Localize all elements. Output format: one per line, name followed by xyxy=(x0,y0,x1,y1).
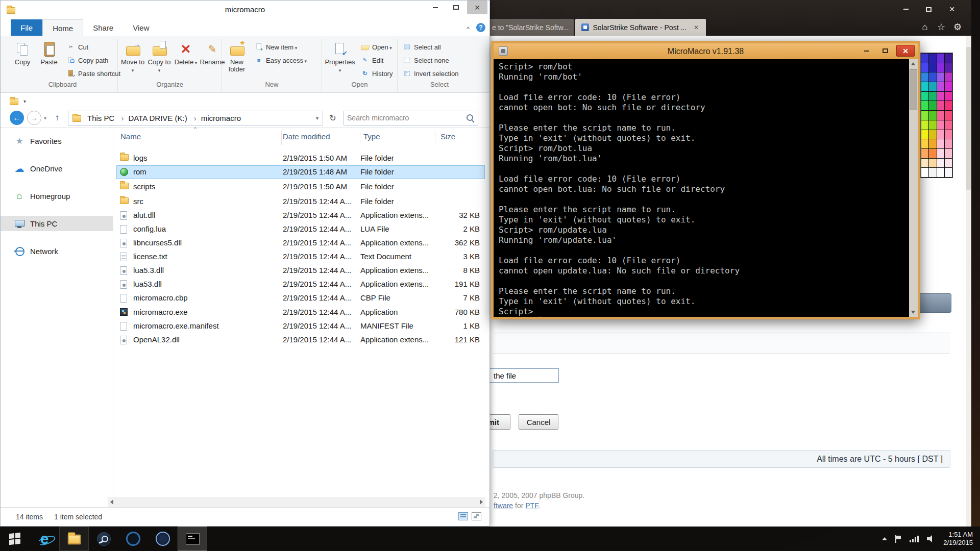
file-row[interactable]: micromacro.exe.manifest 2/19/2015 12:44 … xyxy=(116,319,485,333)
console-scrollbar-thumb[interactable] xyxy=(910,69,917,110)
column-divider[interactable] xyxy=(281,131,282,145)
palette-color-swatch[interactable] xyxy=(929,92,936,101)
file-row[interactable]: micromacro.cbp 2/19/2015 12:44 A... CBP … xyxy=(116,291,485,305)
sidebar-item[interactable]: Homegroup xyxy=(1,188,113,204)
file-row[interactable]: src 2/19/2015 12:44 A... File folder xyxy=(116,195,485,209)
forward-button[interactable]: → xyxy=(27,111,41,125)
console-close-button[interactable]: ✕ xyxy=(896,45,915,57)
palette-color-swatch[interactable] xyxy=(921,130,928,139)
browser-scrollbar-thumb[interactable] xyxy=(966,47,971,190)
palette-color-swatch[interactable] xyxy=(921,168,928,177)
column-divider[interactable] xyxy=(435,131,435,145)
ribbon-button[interactable]: Copy xyxy=(10,39,35,80)
palette-color-swatch[interactable] xyxy=(921,159,928,168)
clock[interactable]: 1:51 AM 2/19/2015 xyxy=(943,531,973,547)
column-header-date-modified[interactable]: Date modified xyxy=(283,132,330,141)
palette-color-swatch[interactable] xyxy=(945,111,952,120)
palette-color-swatch[interactable] xyxy=(937,168,944,177)
browser-close-button[interactable]: ✕ xyxy=(942,3,962,15)
palette-color-swatch[interactable] xyxy=(921,63,928,72)
ribbon-button[interactable]: Move to xyxy=(120,39,145,80)
explorer-maximize-button[interactable] xyxy=(446,1,466,14)
up-button[interactable]: ↑ xyxy=(50,113,65,123)
ribbon-button[interactable]: Paste shortcut xyxy=(65,68,120,79)
palette-color-swatch[interactable] xyxy=(945,63,952,72)
file-row[interactable]: lua5.3.dll 2/19/2015 12:44 A... Applicat… xyxy=(116,264,485,278)
taskbar-app-1[interactable] xyxy=(118,527,148,551)
palette-color-swatch[interactable] xyxy=(937,139,944,148)
browser-scrollbar[interactable] xyxy=(966,36,971,527)
qat-folder-icon[interactable] xyxy=(10,98,18,105)
ribbon-button[interactable]: Invert selection xyxy=(401,68,458,79)
ribbon-tab[interactable]: File xyxy=(11,19,42,36)
console-maximize-button[interactable] xyxy=(878,45,892,57)
browser-maximize-button[interactable] xyxy=(918,3,939,15)
address-bar[interactable]: This PCDATA DRIVE (K:)micromacro ▾ xyxy=(68,111,323,126)
ribbon-button[interactable]: Copy path xyxy=(65,55,120,66)
palette-color-swatch[interactable] xyxy=(937,120,944,130)
ribbon-button[interactable]: Edit xyxy=(359,55,393,66)
ribbon-button[interactable]: Open xyxy=(359,41,393,53)
palette-color-swatch[interactable] xyxy=(921,72,928,82)
palette-color-swatch[interactable] xyxy=(929,72,936,82)
console-titlebar[interactable]: MicroMacro v1.91.38 ✕ xyxy=(494,43,918,59)
breadcrumb-segment[interactable]: DATA DRIVE (K:) xyxy=(115,114,188,122)
palette-color-swatch[interactable] xyxy=(945,120,952,130)
ribbon-button[interactable]: New item xyxy=(253,41,307,53)
palette-color-swatch[interactable] xyxy=(945,92,952,101)
qat-dropdown-icon[interactable]: ▾ xyxy=(23,98,26,104)
ribbon-button[interactable]: Paste xyxy=(36,39,62,80)
browser-tab[interactable]: e to "SolarStrike Softw... xyxy=(486,19,574,36)
palette-color-swatch[interactable] xyxy=(937,149,944,158)
palette-color-swatch[interactable] xyxy=(929,130,936,139)
palette-color-swatch[interactable] xyxy=(937,159,944,168)
volume-icon[interactable] xyxy=(927,535,935,542)
palette-color-swatch[interactable] xyxy=(945,130,952,139)
palette-color-swatch[interactable] xyxy=(929,168,936,177)
search-input[interactable] xyxy=(347,114,466,122)
ribbon-button[interactable]: Copy to xyxy=(146,39,172,80)
taskbar-internet-explorer[interactable]: e xyxy=(30,527,59,551)
console-minimize-button[interactable] xyxy=(860,45,874,57)
palette-color-swatch[interactable] xyxy=(929,101,936,110)
ribbon-button[interactable]: History xyxy=(359,68,393,79)
palette-color-swatch[interactable] xyxy=(945,72,952,82)
back-button[interactable]: ← xyxy=(10,111,24,125)
ribbon-button[interactable]: Easy access xyxy=(253,55,307,66)
horizontal-scrollbar[interactable] xyxy=(108,497,485,507)
ribbon-button[interactable]: Properties xyxy=(324,39,356,80)
file-row[interactable]: micromacro.exe 2/19/2015 12:44 A... Appl… xyxy=(116,306,485,319)
ribbon-button[interactable]: Select none xyxy=(401,55,458,66)
palette-color-swatch[interactable] xyxy=(929,54,936,63)
sidebar-item[interactable]: OneDrive xyxy=(1,161,113,176)
footer-link-2[interactable]: PTF xyxy=(525,502,538,510)
network-icon[interactable] xyxy=(910,536,919,542)
palette-color-swatch[interactable] xyxy=(921,149,928,158)
palette-color-swatch[interactable] xyxy=(937,111,944,120)
palette-color-swatch[interactable] xyxy=(929,82,936,91)
palette-color-swatch[interactable] xyxy=(929,111,936,120)
ribbon-button[interactable]: New folder xyxy=(224,39,250,80)
address-dropdown-icon[interactable]: ▾ xyxy=(316,115,323,121)
browser-settings-gear-icon[interactable]: ⚙ xyxy=(950,20,965,34)
refresh-icon[interactable]: ↻ xyxy=(327,113,338,123)
cancel-button[interactable]: Cancel xyxy=(519,414,558,430)
palette-color-swatch[interactable] xyxy=(921,101,928,110)
tray-expand-icon[interactable] xyxy=(882,537,887,540)
ribbon-tab[interactable]: Home xyxy=(42,19,83,36)
ribbon-button[interactable]: Cut xyxy=(65,41,120,53)
palette-color-swatch[interactable] xyxy=(945,149,952,158)
file-row[interactable]: OpenAL32.dll 2/19/2015 12:44 A... Applic… xyxy=(116,333,485,347)
palette-color-swatch[interactable] xyxy=(945,101,952,110)
ribbon-tab[interactable]: Share xyxy=(83,19,123,36)
palette-color-swatch[interactable] xyxy=(921,82,928,91)
explorer-minimize-button[interactable] xyxy=(425,1,446,14)
action-center-flag-icon[interactable] xyxy=(895,535,901,543)
palette-color-swatch[interactable] xyxy=(937,130,944,139)
palette-color-swatch[interactable] xyxy=(937,63,944,72)
browser-home-icon[interactable]: ⌂ xyxy=(917,20,933,34)
footer-link-1[interactable]: ftware xyxy=(494,502,513,510)
console-output[interactable]: Script> rom/botRunning 'rom/bot'Load fil… xyxy=(494,59,909,317)
ribbon-tab[interactable]: View xyxy=(123,19,159,36)
breadcrumb-segment[interactable]: micromacro xyxy=(188,114,242,122)
